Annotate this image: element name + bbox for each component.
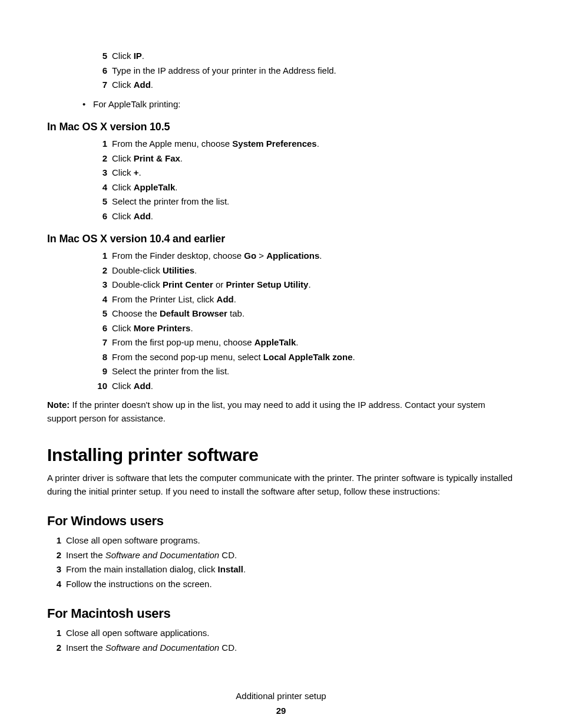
list-item-number: 5: [93, 50, 107, 63]
list-item-number: 3: [93, 278, 107, 292]
list-item: 4Click AppleTalk.: [93, 181, 515, 195]
list-item-text: From the Printer List, click Add.: [112, 293, 236, 307]
list-item: 6Click Add.: [93, 210, 515, 223]
list-item-number: 1: [47, 627, 61, 640]
list-item-number: 8: [93, 351, 107, 364]
list-item: 7From the first pop-up menu, choose Appl…: [93, 336, 515, 350]
list-item-text: Insert the Software and Documentation CD…: [66, 549, 237, 562]
list-item: 1Close all open software programs.: [47, 534, 515, 548]
list-item: 7Click Add.: [93, 78, 515, 92]
list-item: 5Choose the Default Browser tab.: [93, 307, 515, 321]
bullet-appletalk: • For AppleTalk printing:: [82, 98, 515, 111]
list-item-text: Click IP.: [112, 50, 144, 63]
note-paragraph: Note: If the printer doesn't show up in …: [47, 398, 515, 425]
list-item-text: Click Add.: [112, 78, 153, 92]
list-item-text: Select the printer from the list.: [112, 195, 229, 209]
list-item-text: From the second pop-up menu, select Loca…: [112, 351, 355, 364]
list-item-text: Choose the Default Browser tab.: [112, 307, 244, 321]
list-item-text: Close all open software programs.: [66, 534, 200, 548]
list-item: 1From the Finder desktop, choose Go > Ap…: [93, 249, 515, 263]
list-macosx-104: 1From the Finder desktop, choose Go > Ap…: [93, 249, 515, 393]
list-item-number: 9: [93, 365, 107, 378]
list-item-number: 1: [47, 534, 61, 548]
list-item-text: Follow the instructions on the screen.: [66, 578, 212, 591]
list-item-number: 1: [93, 249, 107, 263]
list-item-text: From the first pop-up menu, choose Apple…: [112, 336, 299, 350]
list-item: 10Click Add.: [93, 380, 515, 393]
note-text: If the printer doesn't show up in the li…: [47, 400, 485, 423]
list-item: 2Insert the Software and Documentation C…: [47, 549, 515, 562]
list-item: 3Click +.: [93, 166, 515, 180]
list-item: 6Type in the IP address of your printer …: [93, 64, 515, 78]
heading-for-windows-users: For Windows users: [47, 511, 515, 531]
heading-for-macintosh-users: For Macintosh users: [47, 604, 515, 623]
list-item: 2Double-click Utilities.: [93, 264, 515, 278]
list-item-number: 2: [47, 549, 61, 562]
list-item: 9Select the printer from the list.: [93, 365, 515, 378]
bullet-text: For AppleTalk printing:: [93, 98, 180, 111]
list-item: 5Select the printer from the list.: [93, 195, 515, 209]
list-item-text: Double-click Utilities.: [112, 264, 197, 278]
footer-page-number: 29: [47, 704, 515, 718]
list-item-number: 2: [93, 152, 107, 166]
list-item: 4Follow the instructions on the screen.: [47, 578, 515, 591]
list-item-number: 1: [93, 137, 107, 151]
heading-macosx-104: In Mac OS X version 10.4 and earlier: [47, 231, 515, 247]
list-item-text: Click More Printers.: [112, 322, 193, 335]
list-item-text: Select the printer from the list.: [112, 365, 229, 378]
list-item-text: Click Add.: [112, 210, 153, 223]
list-item-text: Click Add.: [112, 380, 153, 393]
intro-paragraph: A printer driver is software that lets t…: [47, 472, 515, 498]
list-item-text: Double-click Print Center or Printer Set…: [112, 278, 311, 292]
list-item-number: 3: [93, 166, 107, 180]
list-item: 3Double-click Print Center or Printer Se…: [93, 278, 515, 292]
list-item-number: 7: [93, 78, 107, 92]
list-windows: 1Close all open software programs.2Inser…: [47, 534, 515, 591]
footer-section-title: Additional printer setup: [47, 690, 515, 703]
list-macosx-105: 1From the Apple menu, choose System Pref…: [93, 137, 515, 223]
list-item: 4From the Printer List, click Add.: [93, 293, 515, 307]
heading-macosx-105: In Mac OS X version 10.5: [47, 119, 515, 135]
list-item-number: 10: [93, 380, 107, 393]
list-item: 5Click IP.: [93, 50, 515, 63]
list-item: 1From the Apple menu, choose System Pref…: [93, 137, 515, 151]
list-top-continuation: 5Click IP.6Type in the IP address of you…: [93, 50, 515, 92]
list-item-number: 2: [93, 264, 107, 278]
list-item-text: From the main installation dialog, click…: [66, 563, 246, 577]
list-item-text: Insert the Software and Documentation CD…: [66, 641, 237, 655]
list-item-number: 5: [93, 195, 107, 209]
list-item: 2Insert the Software and Documentation C…: [47, 641, 515, 655]
list-item-text: Type in the IP address of your printer i…: [112, 64, 336, 78]
list-item-number: 3: [47, 563, 61, 577]
list-item-number: 2: [47, 641, 61, 655]
list-item-text: Click AppleTalk.: [112, 181, 177, 195]
list-macintosh: 1Close all open software applications.2I…: [47, 627, 515, 654]
list-item-number: 4: [93, 293, 107, 307]
list-item-number: 4: [93, 181, 107, 195]
list-item-number: 6: [93, 64, 107, 78]
list-item-text: From the Finder desktop, choose Go > App…: [112, 249, 322, 263]
list-item: 1Close all open software applications.: [47, 627, 515, 640]
list-item-text: Close all open software applications.: [66, 627, 209, 640]
heading-installing-printer-software: Installing printer software: [47, 442, 515, 468]
list-item: 3From the main installation dialog, clic…: [47, 563, 515, 577]
note-label: Note:: [47, 400, 70, 410]
list-item-number: 5: [93, 307, 107, 321]
list-item-text: Click Print & Fax.: [112, 152, 183, 166]
list-item: 2Click Print & Fax.: [93, 152, 515, 166]
list-item-number: 6: [93, 322, 107, 335]
list-item-text: Click +.: [112, 166, 141, 180]
list-item-number: 4: [47, 578, 61, 591]
list-item: 8From the second pop-up menu, select Loc…: [93, 351, 515, 364]
list-item: 6Click More Printers.: [93, 322, 515, 335]
bullet-icon: •: [82, 98, 93, 111]
page-footer: Additional printer setup 29: [47, 690, 515, 717]
list-item-number: 7: [93, 336, 107, 350]
list-item-text: From the Apple menu, choose System Prefe…: [112, 137, 319, 151]
list-item-number: 6: [93, 210, 107, 223]
